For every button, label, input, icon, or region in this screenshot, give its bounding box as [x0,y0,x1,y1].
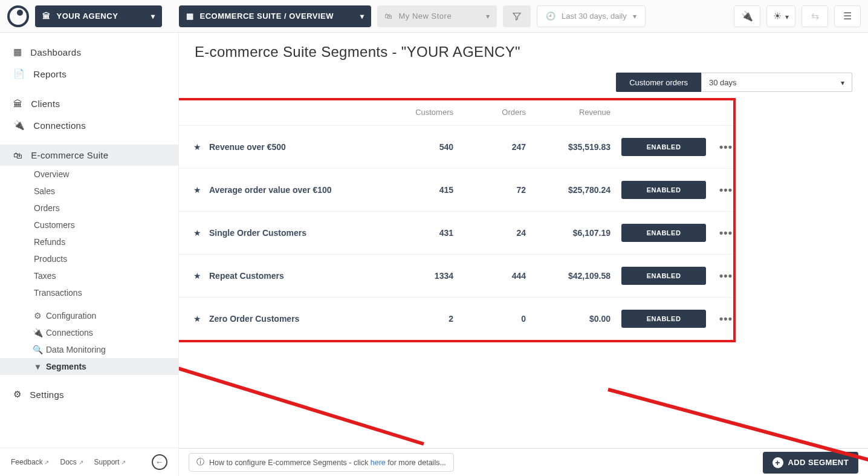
sub-taxes[interactable]: Taxes [0,267,178,284]
menu-button[interactable]: ☰ [834,5,861,27]
mode-button[interactable]: Customer orders [616,73,701,92]
table-row: ★Single Order Customers43124$6,107.19ENA… [179,211,733,254]
star-icon[interactable]: ★ [185,185,209,195]
sub-sales[interactable]: Sales [0,183,178,200]
annotation-arrow-1 [179,335,436,456]
cell-revenue: $42,109.58 [530,271,614,281]
filter-button[interactable] [503,5,531,27]
sub-overview[interactable]: Overview [0,166,178,183]
add-segment-button[interactable]: + ADD SEGMENT [763,452,858,474]
status-toggle[interactable]: ENABLED [621,138,706,156]
add-label: ADD SEGMENT [788,458,849,467]
sub-connections[interactable]: 🔌 Connections [0,324,178,341]
chevron-down-icon [486,11,490,21]
sub-transactions[interactable]: Transactions [0,284,178,301]
plus-icon: + [772,457,783,468]
sub-label: Connections [46,328,93,337]
arrow-left-icon: ← [155,457,164,467]
sub-refunds[interactable]: Refunds [0,233,178,250]
nav-connections[interactable]: 🔌 Connections [0,114,178,136]
suite-selector[interactable]: ▦ ECOMMERCE SUITE / OVERVIEW [179,5,371,27]
grid-icon: ▦ [186,11,194,21]
dashboard-icon: ▦ [13,47,22,57]
star-icon[interactable]: ★ [185,271,209,281]
info-link[interactable]: here [371,458,386,467]
nav-clients[interactable]: 🏛 Clients [0,93,178,114]
bank-icon: 🏛 [13,99,22,109]
table-row: ★Repeat Customers1334444$42,109.58ENABLE… [179,254,733,297]
star-icon[interactable]: ★ [185,314,209,324]
plug-icon: 🔌 [741,10,753,22]
sub-segments[interactable]: ▾ Segments [0,358,178,375]
table-header: Customers Orders Revenue [179,100,733,125]
status-toggle[interactable]: ENABLED [621,224,706,242]
sub-label: Data Monitoring [46,345,106,354]
chevron-down-icon [633,11,636,21]
svg-line-0 [179,347,424,444]
row-actions-button[interactable]: ••• [711,184,741,197]
filter-icon: ▾ [34,362,41,371]
status-toggle[interactable]: ENABLED [621,310,706,328]
segment-name[interactable]: Zero Order Customers [209,314,378,324]
plug-icon: 🔌 [13,120,25,131]
hamburger-icon: ☰ [843,10,852,22]
segment-name[interactable]: Single Order Customers [209,228,378,238]
row-actions-button[interactable]: ••• [711,141,741,154]
store-selector[interactable]: 🛍 My New Store [377,5,497,27]
segment-name[interactable]: Revenue over €500 [209,142,378,152]
plug-button[interactable]: 🔌 [734,5,760,27]
collapse-sidebar-button[interactable]: ← [152,454,167,470]
row-actions-button[interactable]: ••• [711,313,741,325]
col-revenue: Revenue [530,108,614,117]
star-icon[interactable]: ★ [185,142,209,152]
nav-label: E-commerce Suite [31,150,108,160]
star-icon[interactable]: ★ [185,228,209,238]
sub-orders[interactable]: Orders [0,200,178,217]
time-range-selector[interactable]: 🕘 Last 30 days, daily [537,5,646,27]
info-hint: ⓘ How to configure E-commerce Segments -… [189,453,454,472]
footer-feedback[interactable]: Feedback [11,458,49,466]
sidebar-footer: Feedback Docs Support ← [0,448,178,476]
status-toggle[interactable]: ENABLED [621,181,706,199]
cell-customers: 1334 [378,271,457,281]
sub-data-monitoring[interactable]: 🔍 Data Monitoring [0,341,178,358]
cell-revenue: $6,107.19 [530,228,614,238]
segment-name[interactable]: Repeat Customers [209,271,378,281]
status-toggle[interactable]: ENABLED [621,267,706,285]
nav-label: Settings [30,390,64,400]
period-selector[interactable]: 30 days [701,73,852,92]
plug-icon: 🔌 [34,328,41,337]
col-customers: Customers [378,108,457,117]
nav-ecommerce-suite[interactable]: 🛍 E-commerce Suite [0,145,178,166]
nav-label: Dashboards [30,47,81,57]
share-icon: ⇆ [811,10,819,22]
filter-controls: Customer orders 30 days [195,73,852,92]
footer-support[interactable]: Support [94,458,126,466]
nav-dashboards[interactable]: ▦ Dashboards [0,41,178,63]
info-text-post: for more details... [386,458,446,467]
footer-docs[interactable]: Docs [60,458,83,466]
segment-name[interactable]: Average order value over €100 [209,185,378,195]
share-button[interactable]: ⇆ [802,5,828,27]
nav-settings[interactable]: ⚙ Settings [0,383,178,405]
agency-selector[interactable]: 🏛 YOUR AGENCY [35,5,162,27]
cell-orders: 24 [457,228,530,238]
cell-revenue: $35,519.83 [530,142,614,152]
sub-customers[interactable]: Customers [0,217,178,233]
bank-icon: 🏛 [42,11,51,21]
theme-toggle[interactable]: ☀ [766,5,795,27]
row-actions-button[interactable]: ••• [711,227,741,240]
sub-configuration[interactable]: ⚙ Configuration [0,307,178,324]
clock-icon: 🕘 [546,11,555,21]
table-row: ★Average order value over €10041572$25,7… [179,168,733,211]
nav-reports[interactable]: 📄 Reports [0,63,178,85]
row-actions-button[interactable]: ••• [711,270,741,282]
sub-label: Segments [46,362,86,371]
suite-label: ECOMMERCE SUITE / OVERVIEW [200,11,334,21]
cell-orders: 444 [457,271,530,281]
cell-orders: 0 [457,314,530,324]
cell-orders: 72 [457,185,530,195]
sub-products[interactable]: Products [0,250,178,267]
main-content: E-commerce Suite Segments - "YOUR AGENCY… [179,33,868,476]
cell-orders: 247 [457,142,530,152]
